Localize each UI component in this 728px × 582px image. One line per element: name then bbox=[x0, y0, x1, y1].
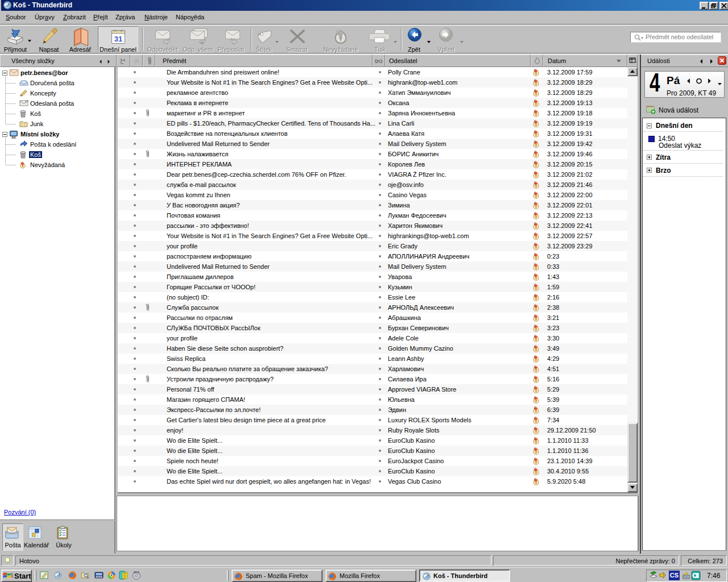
svg-text:MV2: MV2 bbox=[134, 571, 140, 574]
svg-text:31: 31 bbox=[114, 35, 122, 43]
